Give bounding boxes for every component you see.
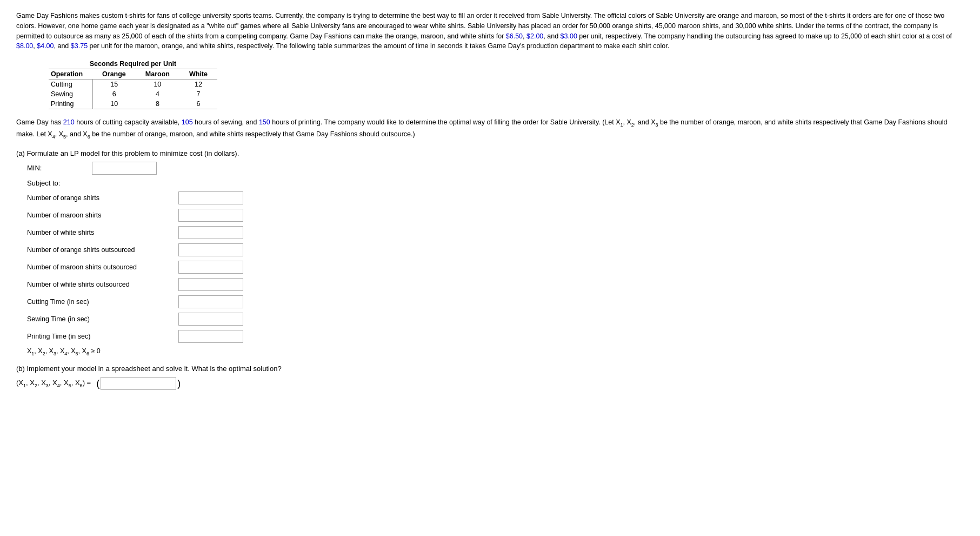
row-printing-orange: 10 (92, 99, 136, 109)
maroon-shirts-input[interactable] (178, 209, 243, 222)
printing-time-input[interactable] (178, 330, 243, 343)
seconds-table: Seconds Required per Unit Operation Oran… (49, 59, 217, 109)
min-row: MIN: (27, 162, 964, 175)
sewing-time-label: Sewing Time (in sec) (27, 315, 178, 323)
constraint-row-white-outsourced: Number of white shirts outsourced (27, 278, 964, 291)
subject-to-label: Subject to: (27, 179, 964, 187)
row-cutting-orange: 15 (92, 80, 136, 90)
part-b-label: (b) Implement your model in a spreadshee… (16, 365, 964, 373)
part-a-label: (a) Formulate an LP model for this probl… (16, 149, 964, 157)
orange-outsourced-input[interactable] (178, 243, 243, 256)
white-shirts-input[interactable] (178, 226, 243, 239)
white-shirts-label: Number of white shirts (27, 229, 178, 236)
part-b-answer-input[interactable] (101, 377, 176, 390)
orange-shirts-label: Number of orange shirts (27, 194, 178, 202)
hours-sewing: 105 (182, 118, 193, 126)
white-outsourced-input[interactable] (178, 278, 243, 291)
col-maroon: Maroon (136, 69, 179, 80)
orange-shirts-input[interactable] (178, 191, 243, 204)
row-cutting-label: Cutting (49, 80, 92, 90)
white-outsourced-label: Number of white shirts outsourced (27, 281, 178, 288)
row-cutting-maroon: 10 (136, 80, 179, 90)
description-paragraph: Game Day has 210 hours of cutting capaci… (16, 117, 962, 141)
close-paren: ) (177, 378, 181, 389)
row-printing-white: 6 (179, 99, 217, 109)
part-b-eq-label: (X1, X2, X3, X4, X5, X6) = (16, 379, 91, 388)
constraint-row-orange-shirts: Number of orange shirts (27, 191, 964, 204)
sewing-time-input[interactable] (178, 313, 243, 326)
part-a-section: (a) Formulate an LP model for this probl… (16, 149, 964, 356)
constraint-row-white-shirts: Number of white shirts (27, 226, 964, 239)
col-operation: Operation (49, 69, 92, 80)
hours-cutting: 210 (63, 118, 75, 126)
hours-printing: 150 (259, 118, 270, 126)
min-label: MIN: (27, 164, 92, 172)
maroon-outsourced-input[interactable] (178, 261, 243, 274)
part-b-answer-row: (X1, X2, X3, X4, X5, X6) = ( ) (16, 377, 964, 390)
cutting-time-input[interactable] (178, 295, 243, 308)
constraint-row-cutting-time: Cutting Time (in sec) (27, 295, 964, 308)
row-sewing-orange: 6 (92, 89, 136, 99)
nonnegativity-constraint: X1, X2, X3, X4, X5, X6 ≥ 0 (27, 347, 964, 356)
constraint-row-maroon-shirts: Number of maroon shirts (27, 209, 964, 222)
table-container: Seconds Required per Unit Operation Oran… (49, 59, 964, 109)
min-input[interactable] (92, 162, 157, 175)
printing-time-label: Printing Time (in sec) (27, 333, 178, 340)
table-row: Sewing 6 4 7 (49, 89, 217, 99)
row-sewing-white: 7 (179, 89, 217, 99)
table-caption: Seconds Required per Unit (49, 59, 217, 69)
row-sewing-maroon: 4 (136, 89, 179, 99)
row-printing-label: Printing (49, 99, 92, 109)
row-printing-maroon: 8 (136, 99, 179, 109)
table-row: Cutting 15 10 12 (49, 80, 217, 90)
intro-paragraph: Game Day Fashions makes custom t-shirts … (16, 11, 962, 51)
maroon-shirts-label: Number of maroon shirts (27, 211, 178, 219)
constraint-row-maroon-outsourced: Number of maroon shirts outsourced (27, 261, 964, 274)
maroon-outsourced-label: Number of maroon shirts outsourced (27, 263, 178, 271)
table-row: Printing 10 8 6 (49, 99, 217, 109)
row-sewing-label: Sewing (49, 89, 92, 99)
row-cutting-white: 12 (179, 80, 217, 90)
constraint-row-sewing-time: Sewing Time (in sec) (27, 313, 964, 326)
col-white: White (179, 69, 217, 80)
part-b-section: (b) Implement your model in a spreadshee… (16, 365, 964, 390)
open-paren: ( (96, 378, 99, 389)
constraint-row-printing-time: Printing Time (in sec) (27, 330, 964, 343)
orange-outsourced-label: Number of orange shirts outsourced (27, 246, 178, 254)
col-orange: Orange (92, 69, 136, 80)
cutting-time-label: Cutting Time (in sec) (27, 298, 178, 306)
constraint-row-orange-outsourced: Number of orange shirts outsourced (27, 243, 964, 256)
